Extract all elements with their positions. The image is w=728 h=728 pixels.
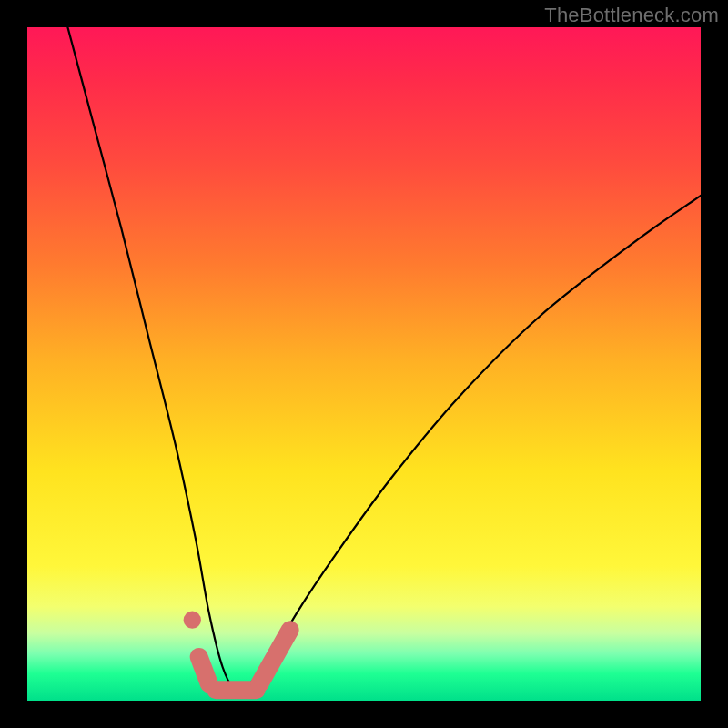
plot-area (27, 27, 701, 701)
left-dot (184, 612, 201, 629)
marker-layer (184, 612, 290, 691)
outer-frame: TheBottleneck.com (0, 0, 728, 728)
curve-layer (27, 27, 701, 701)
watermark-text: TheBottleneck.com (544, 4, 719, 27)
left-pill (199, 657, 209, 684)
bottleneck-curve (67, 27, 701, 692)
right-pill (259, 630, 289, 683)
